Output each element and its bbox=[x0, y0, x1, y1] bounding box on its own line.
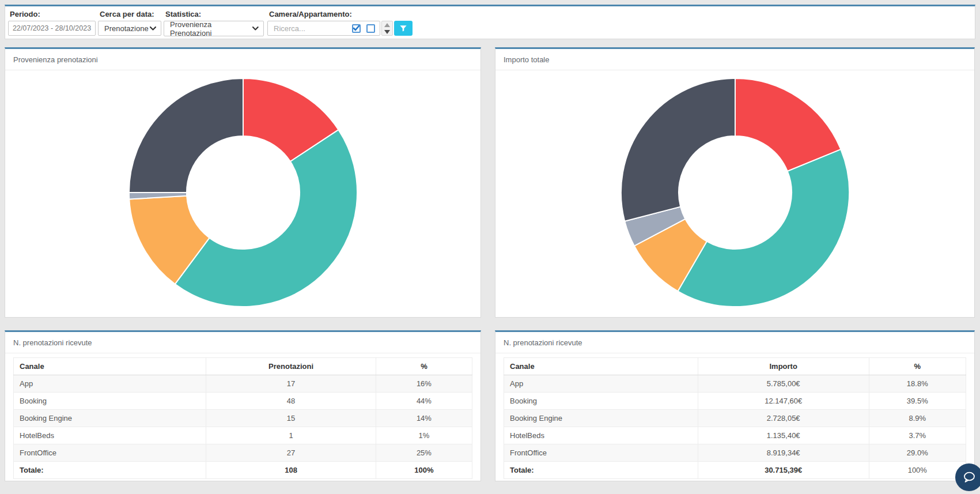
camera-appartamento-label: Camera/Appartamento: bbox=[269, 10, 413, 18]
table-cell: 100% bbox=[376, 462, 472, 479]
table-header-row: Canale Prenotazioni % bbox=[14, 358, 472, 375]
camera-search-box bbox=[267, 21, 380, 36]
chart-area bbox=[495, 70, 974, 315]
cerca-per-data-select[interactable]: Prenotazione bbox=[98, 21, 161, 36]
table-cell: Totale: bbox=[504, 462, 698, 479]
donut-slice-frontoffice[interactable] bbox=[620, 78, 735, 221]
column-header: Canale bbox=[504, 358, 698, 375]
periodo-date-range-input[interactable] bbox=[8, 21, 96, 36]
camera-checkbox-row bbox=[352, 24, 375, 33]
table-cell: 1.135,40€ bbox=[698, 427, 869, 444]
table-cell: FrontOffice bbox=[504, 444, 698, 462]
importo-table: Canale Importo % App 5.785,00€ 18.8% Boo… bbox=[504, 357, 966, 479]
table-row: Booking 48 44% bbox=[14, 393, 472, 410]
statistica-group: Statistica: Provenienza Prenotazioni bbox=[164, 9, 264, 36]
table-cell: 12.147,60€ bbox=[698, 393, 869, 410]
panel-title: Importo totale bbox=[495, 49, 974, 70]
table-wrap: Canale Importo % App 5.785,00€ 18.8% Boo… bbox=[495, 353, 974, 483]
statistica-selected-value: Provenienza Prenotazioni bbox=[170, 20, 252, 37]
table-total-row: Totale: 30.715,39€ 100% bbox=[504, 462, 966, 479]
table-cell: 8.9% bbox=[869, 410, 966, 427]
donut-slice-booking[interactable] bbox=[175, 130, 357, 307]
funnel-filter-icon bbox=[399, 24, 408, 33]
panel-title: N. prenotazioni ricevute bbox=[5, 332, 480, 353]
chevron-down-icon bbox=[150, 27, 156, 31]
statistica-label: Statistica: bbox=[165, 10, 264, 18]
table-header-row: Canale Importo % bbox=[504, 358, 966, 375]
triangle-up-icon bbox=[384, 23, 390, 27]
table-cell: 1% bbox=[376, 427, 472, 444]
column-header: % bbox=[376, 358, 472, 375]
table-row: Booking Engine 15 14% bbox=[14, 410, 472, 427]
table-cell: FrontOffice bbox=[14, 444, 206, 462]
periodo-group: Periodo: bbox=[8, 9, 96, 36]
table-row: Booking Engine 2.728,05€ 8.9% bbox=[504, 410, 966, 427]
camera-spinner bbox=[381, 21, 393, 36]
table-cell: 108 bbox=[206, 462, 376, 479]
prenotazioni-table-panel: N. prenotazioni ricevute Canale Prenotaz… bbox=[5, 330, 481, 481]
periodo-label: Periodo: bbox=[10, 10, 96, 18]
spinner-up-button[interactable] bbox=[382, 21, 392, 28]
apply-filter-button[interactable] bbox=[394, 21, 413, 36]
donut-chart-importo bbox=[618, 76, 852, 310]
table-cell: HotelBeds bbox=[504, 427, 698, 444]
importo-totale-panel: Importo totale bbox=[495, 47, 975, 318]
table-cell: Booking bbox=[14, 393, 206, 410]
chart-area bbox=[5, 70, 480, 315]
table-row: Booking 12.147,60€ 39.5% bbox=[504, 393, 966, 410]
table-cell: 18.8% bbox=[869, 375, 966, 393]
chevron-down-icon bbox=[252, 27, 259, 31]
panel-title: N. prenotazioni ricevute bbox=[495, 332, 974, 353]
camera-checkbox-checked[interactable] bbox=[352, 24, 361, 33]
table-cell: 3.7% bbox=[869, 427, 966, 444]
filter-bar: Periodo: Cerca per data: Prenotazione St… bbox=[5, 5, 975, 39]
spinner-down-button[interactable] bbox=[382, 28, 392, 35]
table-cell: 25% bbox=[376, 444, 472, 462]
table-cell: App bbox=[504, 375, 698, 393]
table-cell: 5.785,00€ bbox=[698, 375, 869, 393]
table-cell: Booking Engine bbox=[504, 410, 698, 427]
column-header: % bbox=[869, 358, 966, 375]
donut-slice-frontoffice[interactable] bbox=[128, 78, 243, 193]
chat-button[interactable] bbox=[955, 463, 980, 491]
camera-search-input[interactable] bbox=[273, 24, 327, 33]
table-row: HotelBeds 1 1% bbox=[14, 427, 472, 444]
importo-table-panel: N. prenotazioni ricevute Canale Importo … bbox=[495, 330, 975, 481]
table-cell: HotelBeds bbox=[14, 427, 206, 444]
donut-chart-provenienza bbox=[126, 76, 360, 310]
table-wrap: Canale Prenotazioni % App 17 16% Booking… bbox=[5, 353, 480, 483]
table-row: App 17 16% bbox=[14, 375, 472, 393]
table-cell: 17 bbox=[206, 375, 376, 393]
column-header: Canale bbox=[14, 358, 206, 375]
table-row: HotelBeds 1.135,40€ 3.7% bbox=[504, 427, 966, 444]
table-row: App 5.785,00€ 18.8% bbox=[504, 375, 966, 393]
table-row: FrontOffice 8.919,34€ 29.0% bbox=[504, 444, 966, 462]
table-cell: 27 bbox=[206, 444, 376, 462]
table-cell: 44% bbox=[376, 393, 472, 410]
checkmark-icon bbox=[353, 25, 360, 31]
table-total-row: Totale: 108 100% bbox=[14, 462, 472, 479]
table-cell: 1 bbox=[206, 427, 376, 444]
table-cell: 14% bbox=[376, 410, 472, 427]
donut-slice-booking[interactable] bbox=[678, 149, 849, 307]
table-cell: 29.0% bbox=[869, 444, 966, 462]
panel-title: Provenienza prenotazioni bbox=[5, 49, 480, 70]
table-cell: 100% bbox=[869, 462, 966, 479]
table-row: FrontOffice 27 25% bbox=[14, 444, 472, 462]
cerca-per-data-group: Cerca per data: Prenotazione bbox=[98, 9, 161, 36]
camera-appartamento-group: Camera/Appartamento: bbox=[267, 9, 413, 36]
speech-bubble-icon bbox=[962, 471, 976, 484]
table-cell: 15 bbox=[206, 410, 376, 427]
table-cell: 8.919,34€ bbox=[698, 444, 869, 462]
triangle-down-icon bbox=[384, 30, 390, 34]
cerca-per-data-label: Cerca per data: bbox=[100, 10, 161, 18]
column-header: Importo bbox=[698, 358, 869, 375]
table-cell: 30.715,39€ bbox=[698, 462, 869, 479]
cerca-per-data-selected-value: Prenotazione bbox=[104, 24, 149, 33]
camera-checkbox-unchecked[interactable] bbox=[366, 24, 375, 33]
table-cell: Booking bbox=[504, 393, 698, 410]
table-cell: 39.5% bbox=[869, 393, 966, 410]
table-cell: 16% bbox=[376, 375, 472, 393]
column-header: Prenotazioni bbox=[206, 358, 376, 375]
statistica-select[interactable]: Provenienza Prenotazioni bbox=[164, 21, 264, 36]
